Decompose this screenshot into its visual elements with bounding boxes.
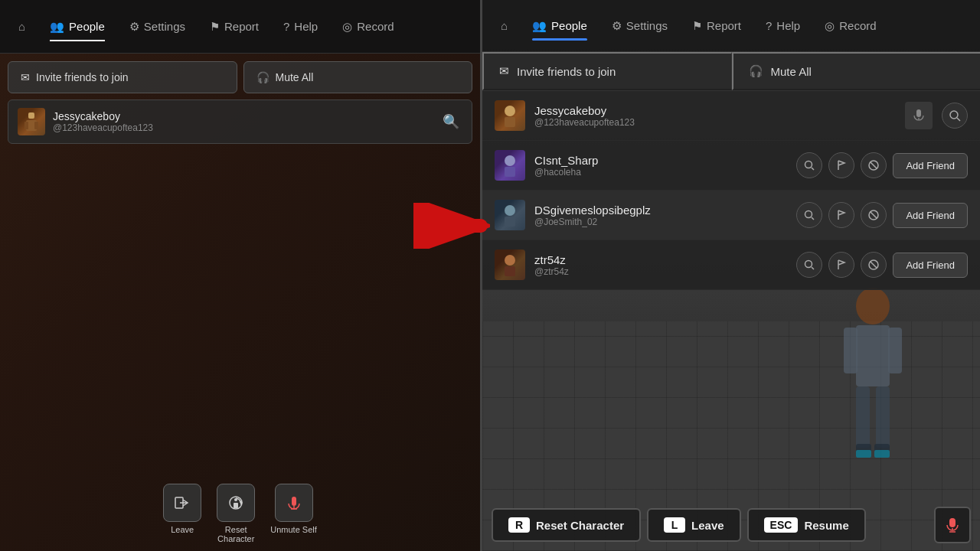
clsnt-sharp-flag-btn[interactable] <box>828 152 854 178</box>
clsnt-sharp-block-btn[interactable] <box>861 152 887 178</box>
left-bottom-bar: Leave ResetCharacter <box>0 484 480 543</box>
left-nav-report[interactable]: ⚑ Report <box>199 14 270 40</box>
svg-rect-24 <box>874 450 890 458</box>
svg-rect-16 <box>856 325 890 386</box>
svg-rect-20 <box>876 386 890 448</box>
right-player-ztr54z[interactable]: ztr54z @ztr54z <box>482 240 980 290</box>
character-silhouette <box>827 276 919 490</box>
right-nav-record-label: Record <box>839 19 876 32</box>
mic-bottom-button[interactable] <box>934 507 971 543</box>
right-mute-all-button[interactable]: 🎧 Mute All <box>732 52 981 90</box>
clsnt-sharp-avatar <box>495 150 525 181</box>
jessycakeboy-avatar <box>495 100 525 131</box>
jessycakeboy-info: Jessycakeboy @123haveacupoftea123 <box>534 104 896 128</box>
left-player-search-icon[interactable]: 🔍 <box>439 110 462 133</box>
mute-all-button[interactable]: 🎧 Mute All <box>243 61 473 93</box>
invite-icon: ✉ <box>21 71 30 83</box>
red-arrow <box>413 203 490 249</box>
svg-rect-23 <box>856 450 871 458</box>
svg-line-42 <box>871 212 877 219</box>
right-invite-label: Invite friends to join <box>517 65 616 78</box>
record-icon: ◎ <box>342 20 352 34</box>
right-nav-people[interactable]: 👥 People <box>521 13 598 39</box>
ztr54z-flag-btn[interactable] <box>828 252 854 278</box>
right-player-jessycakeboy[interactable]: Jessycakeboy @123haveacupoftea123 <box>482 91 980 141</box>
ztr54z-search-btn[interactable] <box>796 252 822 278</box>
clsnt-sharp-search-btn[interactable] <box>796 152 822 178</box>
right-nav-help-label: Help <box>776 19 800 32</box>
jessycakeboy-search-btn[interactable] <box>942 103 968 129</box>
left-nav-help-label: Help <box>294 20 318 33</box>
leave-key: L <box>664 517 685 533</box>
dsgivemeslops-flag-btn[interactable] <box>828 202 854 228</box>
left-nav-help[interactable]: ? Help <box>273 14 328 39</box>
svg-rect-18 <box>888 328 902 373</box>
svg-rect-10 <box>292 497 296 506</box>
leave-btn-label: Leave <box>691 519 724 532</box>
right-nav: ⌂ 👥 People ⚙ Settings ⚑ Report ? Help ◎ … <box>482 0 980 52</box>
svg-line-36 <box>871 162 877 169</box>
jessycakeboy-handle: @123haveacupoftea123 <box>534 117 896 128</box>
reset-character-btn-label: Reset Character <box>536 519 624 532</box>
svg-rect-0 <box>28 112 34 119</box>
left-content: ✉ Invite friends to join 🎧 Mute All Jess… <box>0 54 480 551</box>
left-action-buttons-row: ✉ Invite friends to join 🎧 Mute All <box>8 61 472 93</box>
svg-line-34 <box>812 168 814 170</box>
dsgivemeslops-search-btn[interactable] <box>796 202 822 228</box>
right-nav-home[interactable]: ⌂ <box>490 13 518 38</box>
ztr54z-handle: @ztr54z <box>534 266 787 277</box>
right-nav-settings[interactable]: ⚙ Settings <box>601 13 678 39</box>
resume-btn-label: Resume <box>804 519 848 532</box>
left-nav-record[interactable]: ◎ Record <box>332 14 404 40</box>
dsgivemeslops-block-btn[interactable] <box>861 202 887 228</box>
reset-character-key: R <box>508 517 530 533</box>
dsgivemeslops-add-friend-btn[interactable]: Add Friend <box>893 203 968 228</box>
left-nav-people[interactable]: 👥 People <box>39 14 116 40</box>
clsnt-sharp-add-friend-btn[interactable]: Add Friend <box>893 153 968 178</box>
svg-rect-27 <box>916 109 921 117</box>
svg-rect-9 <box>234 503 238 508</box>
svg-rect-38 <box>505 217 515 227</box>
svg-point-43 <box>505 255 515 266</box>
left-player-row[interactable]: Jessycakeboy @123haveacupoftea123 🔍 <box>8 99 472 144</box>
left-reset-character-button[interactable]: ResetCharacter <box>217 484 255 543</box>
left-nav-people-label: People <box>69 20 105 33</box>
left-nav-record-label: Record <box>357 20 394 33</box>
left-nav-home[interactable]: ⌂ <box>8 14 36 39</box>
svg-rect-2 <box>24 122 28 129</box>
left-nav-settings[interactable]: ⚙ Settings <box>119 14 196 40</box>
right-player-dsgivemeslops[interactable]: DSgivemeslopsibegplz @JoeSmith_02 <box>482 191 980 240</box>
ztr54z-info: ztr54z @ztr54z <box>534 253 787 277</box>
right-people-icon: 👥 <box>532 19 547 33</box>
people-icon: 👥 <box>50 20 64 34</box>
ztr54z-block-btn[interactable] <box>861 252 887 278</box>
ztr54z-actions: Add Friend <box>796 252 968 278</box>
leave-button[interactable]: L Leave <box>647 508 741 542</box>
invite-friends-button[interactable]: ✉ Invite friends to join <box>8 61 237 93</box>
svg-rect-32 <box>505 167 515 177</box>
left-leave-button[interactable]: Leave <box>163 484 201 543</box>
svg-rect-44 <box>505 266 515 276</box>
svg-point-15 <box>856 288 890 324</box>
reset-character-button[interactable]: R Reset Character <box>492 508 641 542</box>
svg-rect-49 <box>949 518 956 527</box>
right-nav-settings-label: Settings <box>626 19 668 32</box>
right-invite-friends-button[interactable]: ✉ Invite friends to join <box>482 52 732 90</box>
right-nav-help[interactable]: ? Help <box>755 13 811 38</box>
svg-point-29 <box>950 111 958 119</box>
right-nav-report-label: Report <box>707 19 741 32</box>
svg-rect-3 <box>34 122 38 129</box>
left-player-avatar <box>18 108 45 135</box>
right-nav-record[interactable]: ◎ Record <box>814 13 887 39</box>
svg-point-37 <box>505 205 515 216</box>
home-icon: ⌂ <box>18 20 25 33</box>
ztr54z-add-friend-btn[interactable]: Add Friend <box>893 253 968 278</box>
right-player-clsnt-sharp[interactable]: CIsnt_Sharp @hacoleha <box>482 141 980 191</box>
report-icon: ⚑ <box>210 20 220 34</box>
left-unmute-self-button[interactable]: Unmute Self <box>270 484 317 543</box>
resume-button[interactable]: ESC Resume <box>747 508 866 542</box>
reset-character-label: ResetCharacter <box>217 525 254 543</box>
svg-rect-19 <box>856 386 870 448</box>
right-bottom-bar: R Reset Character L Leave ESC Resume <box>482 499 980 551</box>
right-nav-report[interactable]: ⚑ Report <box>681 13 752 39</box>
